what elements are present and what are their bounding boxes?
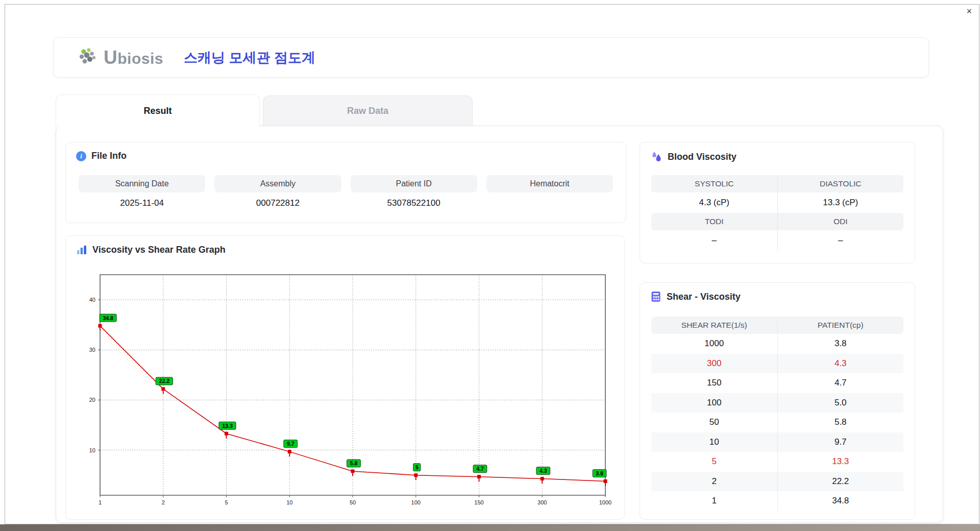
patient-viscosity-cell: 5.8 bbox=[777, 413, 904, 432]
blood-viscosity-header-cell: TODI bbox=[651, 213, 777, 230]
svg-text:20: 20 bbox=[89, 397, 95, 403]
taskbar-strip bbox=[0, 524, 980, 531]
file-info-fields: Scanning Date2025-11-04Assembly000722812… bbox=[79, 175, 613, 214]
shear-table-row: 222.2 bbox=[651, 472, 903, 492]
svg-text:150: 150 bbox=[474, 499, 483, 505]
file-info-field-label: Hematocrit bbox=[486, 175, 613, 192]
patient-viscosity-cell: 22.2 bbox=[777, 472, 904, 492]
blood-viscosity-value-cell: – bbox=[777, 230, 904, 251]
file-info-field-value: 2025-11-04 bbox=[79, 192, 205, 214]
shear-table: SHEAR RATE(1/s)PATIENT(cp) 10003.83004.3… bbox=[651, 317, 903, 511]
shear-rate-cell: 2 bbox=[651, 472, 777, 492]
info-icon bbox=[76, 151, 86, 161]
shear-table-body: 10003.83004.31504.71005.0505.8109.7513.3… bbox=[651, 334, 903, 511]
blood-viscosity-value-cell: 13.3 (cP) bbox=[777, 192, 904, 213]
shear-table-row: 3004.3 bbox=[651, 354, 903, 374]
shear-table-header: SHEAR RATE(1/s)PATIENT(cp) bbox=[651, 317, 903, 334]
patient-viscosity-cell: 5.0 bbox=[777, 393, 904, 413]
shear-table-row: 1005.0 bbox=[651, 393, 903, 413]
shear-rate-cell: 300 bbox=[651, 354, 777, 374]
shear-rate-cell: 50 bbox=[651, 413, 777, 432]
file-info-title-row: File Info bbox=[76, 151, 127, 161]
svg-text:50: 50 bbox=[350, 499, 356, 505]
blood-viscosity-value-row: 4.3 (cP)13.3 (cP) bbox=[651, 192, 903, 213]
shear-table-column-header: SHEAR RATE(1/s) bbox=[651, 317, 777, 334]
file-info-field-2: Patient ID53078522100 bbox=[351, 175, 477, 214]
svg-text:1000: 1000 bbox=[599, 499, 611, 505]
shear-rate-cell: 1000 bbox=[651, 334, 777, 354]
viscosity-graph-card: Viscosity vs Shear Rate Graph 1020304012… bbox=[65, 235, 625, 520]
page-title: 스캐닝 모세관 점도계 bbox=[184, 49, 315, 67]
shear-rate-cell: 100 bbox=[651, 393, 777, 413]
svg-text:22.2: 22.2 bbox=[159, 378, 170, 384]
logo-text: Ubiosis bbox=[104, 47, 163, 68]
svg-text:100: 100 bbox=[411, 499, 421, 505]
svg-text:34.8: 34.8 bbox=[103, 315, 113, 321]
shear-viscosity-card: Shear - Viscosity SHEAR RATE(1/s)PATIENT… bbox=[640, 282, 915, 520]
svg-text:5: 5 bbox=[225, 499, 228, 505]
shear-table-row: 1504.7 bbox=[651, 373, 903, 393]
svg-text:5.8: 5.8 bbox=[350, 460, 358, 466]
blood-viscosity-title-row: Blood Viscosity bbox=[650, 151, 737, 163]
blood-viscosity-header-cell: DIASTOLIC bbox=[777, 175, 904, 192]
blood-viscosity-title: Blood Viscosity bbox=[668, 152, 737, 162]
file-info-field-0: Scanning Date2025-11-04 bbox=[79, 175, 205, 214]
patient-viscosity-cell: 13.3 bbox=[777, 452, 904, 472]
svg-text:4.3: 4.3 bbox=[540, 468, 547, 474]
file-info-field-3: Hematocrit bbox=[486, 175, 613, 214]
app-header: Ubiosis 스캐닝 모세관 점도계 bbox=[53, 37, 929, 78]
result-panel: File Info Scanning Date2025-11-04Assembl… bbox=[56, 126, 943, 523]
shear-table-row: 10003.8 bbox=[651, 334, 903, 354]
shear-rate-cell: 5 bbox=[651, 452, 777, 472]
shear-rate-cell: 150 bbox=[651, 373, 777, 393]
shear-table-row: 513.3 bbox=[651, 452, 903, 472]
svg-text:10: 10 bbox=[89, 447, 95, 453]
file-info-field-value bbox=[486, 192, 613, 214]
water-drop-icon bbox=[650, 151, 663, 163]
blood-viscosity-header-row: SYSTOLICDIASTOLIC bbox=[651, 175, 903, 192]
shear-viscosity-title: Shear - Viscosity bbox=[667, 292, 741, 302]
shear-rate-cell: 1 bbox=[651, 491, 777, 511]
blood-viscosity-value-cell: 4.3 (cP) bbox=[651, 192, 777, 213]
patient-viscosity-cell: 34.8 bbox=[777, 491, 904, 511]
patient-viscosity-cell: 3.8 bbox=[777, 334, 904, 354]
svg-text:5: 5 bbox=[415, 464, 419, 470]
shear-table-column-header: PATIENT(cp) bbox=[777, 317, 904, 334]
svg-text:300: 300 bbox=[537, 499, 547, 505]
shear-table-row: 134.8 bbox=[651, 491, 903, 511]
blood-viscosity-value-row: –– bbox=[651, 230, 903, 251]
svg-text:2: 2 bbox=[162, 499, 165, 505]
svg-text:10: 10 bbox=[286, 499, 292, 505]
file-info-title: File Info bbox=[91, 151, 127, 161]
svg-text:3.8: 3.8 bbox=[596, 470, 603, 476]
patient-viscosity-cell: 4.3 bbox=[777, 354, 904, 374]
file-info-field-1: Assembly000722812 bbox=[214, 175, 341, 214]
table-icon bbox=[650, 291, 662, 302]
svg-text:40: 40 bbox=[89, 297, 95, 303]
blood-viscosity-card: Blood Viscosity SYSTOLICDIASTOLIC4.3 (cP… bbox=[640, 142, 915, 263]
svg-text:4.7: 4.7 bbox=[476, 466, 484, 472]
viscosity-shear-chart: 102030401251050100150300100034.822.213.3… bbox=[66, 236, 625, 520]
blood-viscosity-header-cell: SYSTOLIC bbox=[651, 175, 777, 192]
file-info-field-value: 53078522100 bbox=[351, 192, 477, 214]
shear-table-row: 505.8 bbox=[651, 413, 903, 432]
close-icon[interactable]: × bbox=[966, 6, 972, 17]
svg-text:9.7: 9.7 bbox=[287, 441, 295, 447]
file-info-field-label: Scanning Date bbox=[79, 175, 205, 192]
file-info-field-label: Assembly bbox=[214, 175, 341, 192]
blood-viscosity-table: SYSTOLICDIASTOLIC4.3 (cP)13.3 (cP)TODIOD… bbox=[651, 175, 903, 251]
patient-viscosity-cell: 9.7 bbox=[777, 432, 904, 452]
shear-rate-cell: 10 bbox=[651, 432, 777, 452]
blood-viscosity-header-row: TODIODI bbox=[651, 213, 903, 230]
blood-viscosity-header-cell: ODI bbox=[777, 213, 904, 230]
file-info-field-label: Patient ID bbox=[351, 175, 477, 192]
svg-text:1: 1 bbox=[99, 499, 102, 505]
file-info-card: File Info Scanning Date2025-11-04Assembl… bbox=[65, 142, 626, 223]
tab-raw-data[interactable]: Raw Data bbox=[263, 95, 473, 126]
logo: Ubiosis bbox=[78, 47, 163, 68]
app-window: × Ubiosis 스캐닝 모세관 점도계 Result Raw Data Fi… bbox=[5, 4, 979, 524]
tab-result[interactable]: Result bbox=[56, 94, 260, 127]
blood-viscosity-value-cell: – bbox=[651, 230, 777, 251]
file-info-field-value: 000722812 bbox=[214, 192, 341, 214]
svg-text:30: 30 bbox=[89, 347, 95, 353]
